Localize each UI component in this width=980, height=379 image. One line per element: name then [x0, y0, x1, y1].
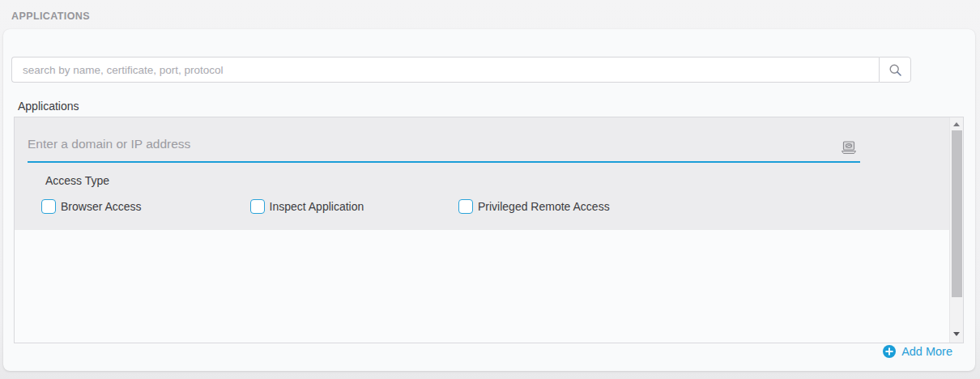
page-title: APPLICATIONS [11, 11, 90, 22]
checkbox-label: Inspect Application [270, 200, 364, 213]
search-bar [11, 57, 911, 83]
search-button[interactable] [879, 57, 911, 83]
search-icon [888, 63, 902, 77]
checkbox-browser-access[interactable]: Browser Access [41, 199, 250, 214]
applications-list-panel: Access Type Browser Access Inspect Appli… [14, 117, 964, 343]
applications-section-label: Applications [18, 100, 79, 113]
scroll-down-arrow-icon[interactable] [953, 332, 960, 336]
applications-card: Applications Access Type Brow [3, 29, 975, 371]
checkbox-label: Privileged Remote Access [478, 200, 610, 213]
checkbox-box[interactable] [458, 199, 473, 214]
access-type-label: Access Type [45, 174, 109, 187]
access-type-options: Browser Access Inspect Application Privi… [41, 199, 949, 214]
checkbox-privileged-remote-access[interactable]: Privileged Remote Access [458, 199, 667, 214]
panel-scrollbar[interactable] [949, 117, 963, 343]
scroll-up-arrow-icon[interactable] [953, 122, 960, 126]
checkbox-box[interactable] [41, 199, 56, 214]
scrollbar-thumb[interactable] [952, 130, 962, 297]
checkbox-inspect-application[interactable]: Inspect Application [250, 199, 459, 214]
add-more-button[interactable]: Add More [883, 345, 952, 358]
search-input[interactable] [11, 57, 879, 83]
domain-input[interactable] [28, 130, 860, 161]
add-more-label: Add More [901, 345, 952, 358]
checkbox-label: Browser Access [61, 200, 142, 213]
laptop-icon[interactable] [841, 141, 857, 155]
domain-field-wrap [28, 130, 860, 163]
plus-circle-icon [883, 345, 896, 358]
application-entry-row: Access Type Browser Access Inspect Appli… [15, 117, 949, 230]
checkbox-box[interactable] [250, 199, 265, 214]
